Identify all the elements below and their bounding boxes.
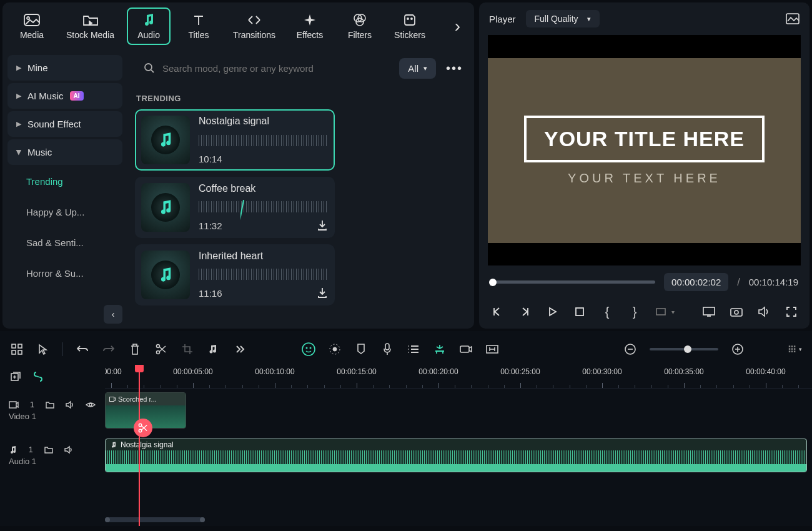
sidebar-item-music[interactable]: ▶Music xyxy=(7,139,122,165)
screen-icon[interactable] xyxy=(702,305,716,319)
visibility-icon[interactable] xyxy=(86,401,96,409)
folder-icon[interactable] xyxy=(46,401,54,409)
audio-adjust-icon[interactable] xyxy=(207,342,220,356)
sidebar-sub-horror[interactable]: Horror & Su... xyxy=(7,259,122,287)
mic-icon[interactable] xyxy=(380,342,394,356)
quality-dropdown[interactable]: Full Quality▾ xyxy=(526,10,600,27)
grid-icon[interactable] xyxy=(10,342,24,356)
svg-point-1 xyxy=(27,17,29,19)
svg-rect-39 xyxy=(794,350,795,352)
svg-point-23 xyxy=(309,347,311,349)
track-item[interactable]: Inherited heart 11:16 xyxy=(135,244,335,305)
aspect-dropdown[interactable]: ▾ xyxy=(655,306,675,317)
filter-dropdown[interactable]: All▾ xyxy=(399,58,436,79)
delete-icon[interactable] xyxy=(128,342,142,356)
svg-rect-34 xyxy=(789,348,790,349)
svg-rect-37 xyxy=(789,350,790,352)
svg-rect-16 xyxy=(18,344,22,348)
svg-rect-41 xyxy=(9,402,16,408)
link-icon[interactable] xyxy=(459,342,473,356)
svg-rect-17 xyxy=(12,350,16,354)
tab-titles[interactable]: Titles xyxy=(177,9,220,44)
undo-icon[interactable] xyxy=(76,342,89,356)
play-button[interactable] xyxy=(545,305,559,319)
sidebar-item-mine[interactable]: ▶Mine xyxy=(7,55,122,81)
timeline-hscroll[interactable] xyxy=(105,517,205,522)
add-track-icon[interactable] xyxy=(9,370,22,384)
track-thumbnail xyxy=(141,116,190,164)
download-icon[interactable] xyxy=(316,219,329,232)
camera-icon[interactable] xyxy=(730,305,743,319)
audio-clip[interactable]: Nostalgia signal xyxy=(105,439,807,472)
folder-icon[interactable] xyxy=(44,446,53,454)
tab-filters[interactable]: Filters xyxy=(338,9,382,44)
tab-effects[interactable]: Effects xyxy=(288,9,332,44)
svg-rect-11 xyxy=(703,307,715,315)
zoom-slider[interactable] xyxy=(650,348,718,350)
timeline-tracks[interactable]: :00:0000:00:05:0000:00:10:0000:00:15:000… xyxy=(105,365,812,526)
text-icon xyxy=(190,12,207,27)
marker-icon[interactable] xyxy=(354,342,368,356)
prev-frame-button[interactable] xyxy=(490,305,504,319)
folder-icon xyxy=(82,12,99,27)
transitions-icon xyxy=(245,12,263,27)
audio-track-header: 1 Audio 1 xyxy=(0,432,105,479)
video-track-row[interactable]: Scorched r... xyxy=(105,389,812,432)
search-field[interactable] xyxy=(162,63,384,74)
scrub-handle[interactable] xyxy=(489,279,497,286)
download-icon[interactable] xyxy=(316,287,329,299)
sidebar-item-ai-music[interactable]: ▶AI MusicAI xyxy=(7,83,122,109)
tab-transitions[interactable]: Transitions xyxy=(227,9,282,44)
sidebar-collapse-button[interactable]: ‹ xyxy=(104,305,122,324)
tab-stock-media[interactable]: Stock Media xyxy=(60,9,121,44)
audio-track-row[interactable]: Nostalgia signal xyxy=(105,432,812,479)
mute-icon[interactable] xyxy=(66,400,74,409)
timeline-ruler[interactable]: :00:0000:00:05:0000:00:10:0000:00:15:000… xyxy=(105,365,812,389)
more-options-button[interactable]: ••• xyxy=(442,61,467,76)
current-time: 00:00:02:02 xyxy=(664,273,728,291)
tab-media[interactable]: Media xyxy=(10,9,54,44)
svg-rect-35 xyxy=(791,348,793,349)
sidebar-item-sound-effect[interactable]: ▶Sound Effect xyxy=(7,111,122,137)
sidebar-sub-happy[interactable]: Happy & Up... xyxy=(7,198,122,226)
tab-audio[interactable]: Audio xyxy=(127,7,171,45)
view-mode-icon[interactable]: ▾ xyxy=(788,342,802,356)
track-item[interactable]: Nostalgia signal 10:14 xyxy=(135,109,335,171)
stop-button[interactable] xyxy=(573,305,587,319)
tab-stickers[interactable]: Stickers xyxy=(388,9,432,44)
list-icon[interactable] xyxy=(407,342,420,356)
effects-tool-icon[interactable] xyxy=(328,342,342,356)
playhead[interactable] xyxy=(139,365,140,526)
zoom-in-icon[interactable] xyxy=(731,342,745,356)
next-frame-button[interactable] xyxy=(518,305,532,319)
sidebar-sub-trending[interactable]: Trending xyxy=(7,167,122,196)
snapshot-icon[interactable] xyxy=(786,13,800,24)
lock-tracks-icon[interactable] xyxy=(31,370,45,384)
video-preview[interactable]: YOUR TITLE HERE YOUR TEXT HERE xyxy=(488,35,801,266)
cut-indicator xyxy=(134,419,152,437)
mark-in-button[interactable]: { xyxy=(600,305,614,319)
track-item[interactable]: Coffee break 11:32 xyxy=(135,177,335,238)
redo-icon[interactable] xyxy=(102,342,116,356)
ai-avatar-icon[interactable] xyxy=(302,342,315,356)
crop-icon[interactable] xyxy=(181,342,194,356)
zoom-out-icon[interactable] xyxy=(623,342,637,356)
scrub-bar[interactable] xyxy=(490,280,655,284)
cursor-icon[interactable] xyxy=(36,342,50,356)
svg-rect-26 xyxy=(385,344,389,350)
magnet-icon[interactable] xyxy=(433,342,447,356)
track-duration: 11:16 xyxy=(199,288,222,299)
svg-point-5 xyxy=(407,18,408,19)
mark-out-button[interactable]: } xyxy=(628,305,641,319)
more-tools-icon[interactable] xyxy=(233,342,247,356)
svg-rect-43 xyxy=(110,397,114,402)
mute-icon[interactable] xyxy=(64,445,73,454)
fullscreen-icon[interactable] xyxy=(785,305,798,319)
sidebar-sub-sad[interactable]: Sad & Senti... xyxy=(7,229,122,257)
fit-icon[interactable] xyxy=(485,342,499,356)
volume-icon[interactable] xyxy=(757,305,771,319)
tabs-overflow[interactable]: › xyxy=(448,16,467,36)
split-icon[interactable] xyxy=(154,342,168,356)
svg-point-24 xyxy=(333,347,337,351)
svg-rect-9 xyxy=(576,308,583,315)
